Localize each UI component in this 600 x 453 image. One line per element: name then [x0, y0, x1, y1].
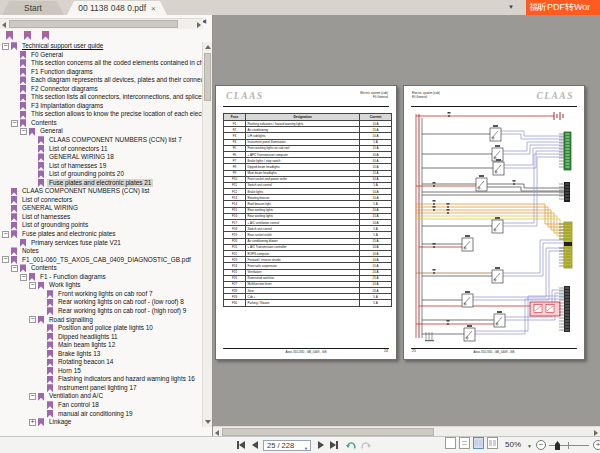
bookmark-item[interactable]: This section concerns all the coded elem…: [0, 59, 203, 68]
collapse-node-icon[interactable]: −: [11, 120, 18, 127]
bookmark-item[interactable]: Main beam lights 12: [0, 341, 203, 350]
zoom-level-value[interactable]: 50%: [505, 440, 521, 449]
bookmark-label[interactable]: GENERAL WIRING: [20, 204, 80, 213]
page-combo-dropdown-icon[interactable]: ▼: [304, 444, 308, 453]
bookmark-item[interactable]: This section lists all connectors, inter…: [0, 93, 203, 102]
first-page-button[interactable]: [237, 440, 245, 449]
bookmark-item[interactable]: −Fuse plates and electronic plates: [0, 230, 203, 239]
facing-layout-button[interactable]: [473, 437, 484, 449]
bookmark-label[interactable]: Notes: [20, 247, 41, 256]
locate-bookmark-icon[interactable]: [42, 31, 49, 40]
bookmark-item[interactable]: Fuse plates and electronic plates 21: [0, 179, 203, 188]
bookmarks-horizontal-scrollbar[interactable]: [0, 18, 203, 29]
next-page-button[interactable]: [318, 440, 324, 449]
bookmark-label[interactable]: Contents: [29, 264, 59, 273]
bookmark-label[interactable]: Work lights: [47, 281, 83, 290]
close-tab-icon[interactable]: ×: [151, 4, 156, 13]
collapse-node-icon[interactable]: −: [29, 393, 36, 400]
bookmark-item[interactable]: List of grounding points 20: [0, 170, 203, 179]
bookmark-item[interactable]: −Ventilation and A/C: [0, 392, 203, 401]
bookmark-item[interactable]: F3 Implantation diagrams: [0, 102, 203, 111]
page-number-combo[interactable]: 25 / 228 ▼: [263, 440, 311, 451]
bookmark-item[interactable]: Horn 15: [0, 367, 203, 376]
bookmark-label[interactable]: List of grounding points 20: [47, 170, 126, 179]
bookmark-item[interactable]: List of harnesses 19: [0, 162, 203, 171]
bookmark-item[interactable]: Rear working lights on cab roof - (low r…: [0, 298, 203, 307]
bookmark-item[interactable]: Front working lights on cab roof 7: [0, 290, 203, 299]
zoom-dropdown-icon[interactable]: ▼: [527, 443, 532, 449]
bookmark-label[interactable]: General: [38, 127, 65, 136]
bookmark-label[interactable]: List of connectors 11: [47, 145, 110, 154]
bookmark-label[interactable]: Ventilation and A/C: [47, 392, 105, 401]
collapse-node-icon[interactable]: −: [20, 274, 27, 281]
collapse-node-icon[interactable]: −: [20, 128, 27, 135]
collapse-node-icon[interactable]: −: [2, 231, 9, 238]
bookmark-label[interactable]: Flashing indicators and hazard warning l…: [56, 375, 197, 384]
scroll-right-icon[interactable]: [197, 22, 201, 28]
bookmark-item[interactable]: −F1 - Function diagrams: [0, 273, 203, 282]
bookmark-item[interactable]: −Work lights: [0, 281, 203, 290]
document-area[interactable]: CLAAS Electric system (cab) F0 General F…: [213, 15, 600, 437]
bookmark-item[interactable]: F2 Connector diagrams: [0, 85, 203, 94]
bookmark-label[interactable]: Rotating beacon 14: [56, 358, 115, 367]
bookmark-label[interactable]: Each diagram represents all devices, pla…: [29, 76, 203, 85]
bookmark-label[interactable]: Road signalling: [47, 316, 95, 325]
bookmark-label[interactable]: Dipped headlights 11: [56, 333, 120, 342]
bookmark-label[interactable]: Contents: [29, 119, 59, 128]
previous-page-button[interactable]: [252, 440, 258, 449]
bookmark-label[interactable]: This section allows to know the precise …: [29, 110, 203, 119]
collapse-node-icon[interactable]: −: [29, 282, 36, 289]
bookmarks-vertical-scrollbar[interactable]: [202, 42, 212, 427]
bookmark-item[interactable]: −Road signalling: [0, 316, 203, 325]
continuous-layout-button[interactable]: [459, 437, 470, 449]
bookmark-item[interactable]: Dipped headlights 11: [0, 333, 203, 342]
bookmark-label[interactable]: Fan control 18: [56, 401, 101, 410]
single-page-layout-button[interactable]: [445, 437, 456, 449]
bookmark-label[interactable]: GENERAL WIRING 18: [47, 153, 116, 162]
bookmark-label[interactable]: Linkage: [47, 418, 73, 427]
bookmark-item[interactable]: List of connectors 11: [0, 145, 203, 154]
bookmark-label[interactable]: This section lists all connectors, inter…: [29, 93, 203, 102]
bookmark-label[interactable]: F0 General: [29, 51, 65, 60]
tab-overflow-dropdown-icon[interactable]: ▼: [508, 4, 514, 10]
zoom-slider-thumb[interactable]: [555, 441, 560, 450]
scroll-up-icon[interactable]: [205, 45, 211, 49]
bookmark-label[interactable]: This section concerns all the coded elem…: [29, 59, 203, 68]
bookmark-label[interactable]: F3 Implantation diagrams: [29, 102, 105, 111]
collapse-node-icon[interactable]: −: [11, 265, 18, 272]
bookmark-label[interactable]: CLAAS COMPONENT NUMBERS (CCN) list: [20, 187, 151, 196]
bookmark-label[interactable]: List of harnesses 19: [47, 162, 108, 171]
bookmark-item[interactable]: Position and police plate lights 10: [0, 324, 203, 333]
bookmark-item[interactable]: +Linkage: [0, 418, 203, 427]
expand-node-icon[interactable]: +: [29, 419, 36, 426]
bookmark-label[interactable]: Rear working lights on cab roof - (high …: [56, 307, 188, 316]
bookmark-item[interactable]: Flashing indicators and hazard warning l…: [0, 375, 203, 384]
bookmark-item[interactable]: List of harnesses: [0, 213, 203, 222]
scroll-left-icon[interactable]: [2, 22, 6, 28]
bookmark-item[interactable]: −F1_001-060_TS_AXOS_CAB_0409_DIAGNOSTIC_…: [0, 256, 203, 265]
zoom-in-button[interactable]: +: [593, 440, 600, 450]
bookmark-item[interactable]: GENERAL WIRING 18: [0, 153, 203, 162]
bookmark-item[interactable]: Brake lights 13: [0, 350, 203, 359]
bookmark-item[interactable]: Fan control 18: [0, 401, 203, 410]
bookmark-item[interactable]: GENERAL WIRING: [0, 204, 203, 213]
bookmark-label[interactable]: CLAAS COMPONENT NUMBERS (CCN) list 7: [47, 136, 184, 145]
bookmark-label[interactable]: Fuse plates and electronic plates: [20, 230, 117, 239]
collapse-node-icon[interactable]: −: [29, 316, 36, 323]
zoom-out-button[interactable]: −: [536, 440, 546, 450]
continuous-facing-layout-button[interactable]: [487, 437, 498, 449]
bookmark-item[interactable]: This section allows to know the precise …: [0, 110, 203, 119]
collapse-node-icon[interactable]: −: [2, 43, 9, 50]
bookmark-item[interactable]: −Contents: [0, 264, 203, 273]
tab-document[interactable]: 00 1138 048 0.pdf×: [67, 1, 167, 15]
previous-view-button[interactable]: [346, 440, 357, 451]
bookmark-item[interactable]: Rear working lights on cab roof - (high …: [0, 307, 203, 316]
bookmark-label[interactable]: Fuse plates and electronic plates 21: [47, 179, 153, 188]
bookmark-item[interactable]: −Contents: [0, 119, 203, 128]
bookmark-label[interactable]: Technical support user guide: [20, 42, 105, 51]
bookmark-label[interactable]: Position and police plate lights 10: [56, 324, 155, 333]
horizontal-scroll-thumb[interactable]: [9, 20, 178, 28]
bookmark-label[interactable]: Main beam lights 12: [56, 341, 117, 350]
bookmark-item[interactable]: Notes: [0, 247, 203, 256]
bookmark-item[interactable]: List of connectors: [0, 196, 203, 205]
